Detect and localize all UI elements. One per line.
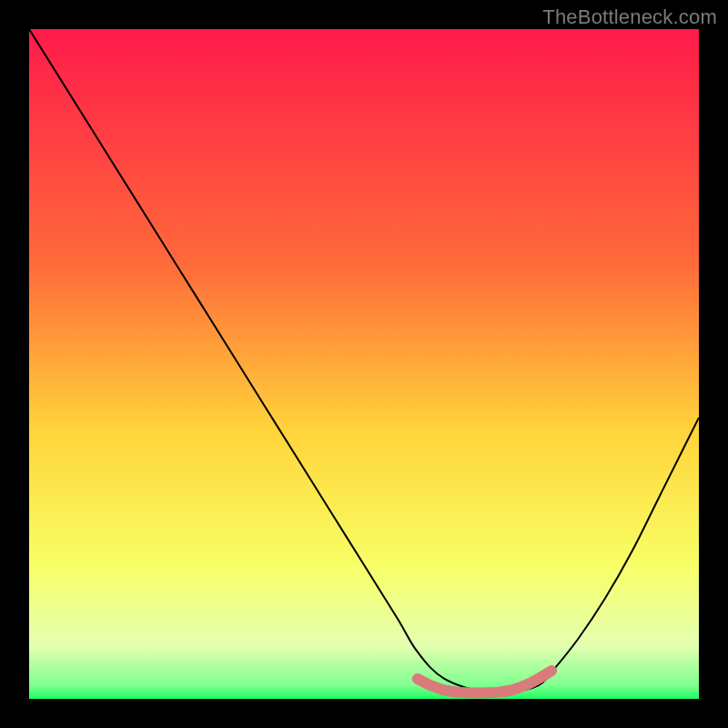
- chart-background-gradient: [29, 29, 699, 699]
- watermark-text: TheBottleneck.com: [542, 5, 717, 29]
- chart-frame: TheBottleneck.com: [0, 0, 728, 728]
- chart-svg: [29, 29, 699, 699]
- chart-plot-area: [29, 29, 699, 699]
